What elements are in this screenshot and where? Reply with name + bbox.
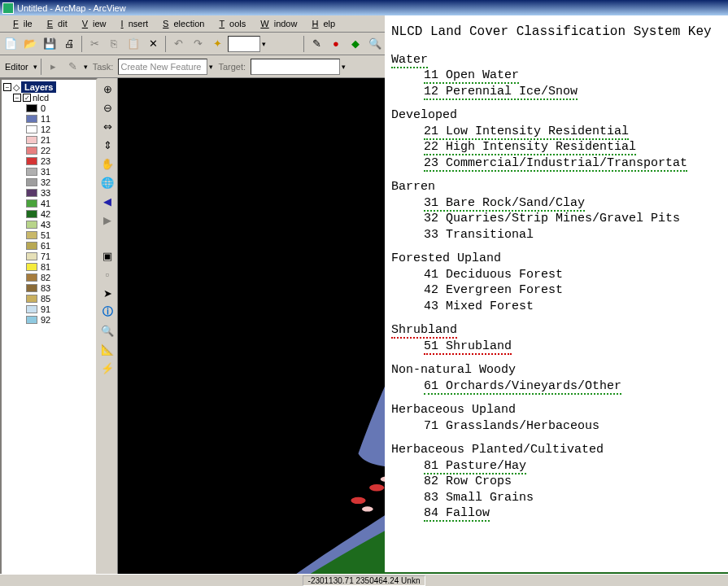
menu-selection[interactable]: Selection	[153, 17, 209, 30]
back-icon[interactable]: ◀	[98, 192, 116, 210]
swatch-icon	[26, 273, 37, 282]
doc-entry: 32 Quarries/Strip Mines/Gravel Pits	[391, 211, 721, 227]
zoom-out-icon[interactable]: ⊖	[98, 98, 116, 116]
statusbar: -2301130.71 2350464.24 Unkn	[0, 574, 728, 586]
full-extent-icon[interactable]: 🌐	[98, 173, 116, 191]
editor-tool-icon[interactable]: ✎	[307, 35, 325, 53]
svg-point-20	[369, 484, 384, 491]
toc-layer[interactable]: − ✓ nlcd	[13, 93, 94, 103]
doc-entry: 61 Orchards/Vineyards/Other	[391, 378, 721, 395]
toc-root-label[interactable]: Layers	[21, 81, 56, 93]
doc-group: Herbaceous Planted/Cultivated	[391, 442, 721, 458]
find-icon[interactable]: 🔍	[98, 321, 116, 339]
doc-group: Non-natural Woody	[391, 362, 721, 378]
swatch-icon	[26, 104, 37, 112]
editor-menu[interactable]: Editor	[2, 62, 32, 72]
doc-entry: 21 Low Intensity Residential	[391, 124, 721, 140]
legend-item[interactable]: 11	[26, 114, 94, 124]
delete-icon[interactable]: ✕	[144, 35, 162, 53]
fixed-zoom-out-icon[interactable]: ⇕	[98, 136, 116, 154]
pointer-icon[interactable]: ➤	[98, 284, 116, 302]
menu-file[interactable]: File	[3, 17, 37, 30]
minus-icon[interactable]: −	[13, 94, 21, 102]
select-icon[interactable]: ▣	[98, 247, 116, 265]
legend-code: 32	[41, 177, 50, 187]
fixed-zoom-in-icon[interactable]: ⇔	[98, 117, 116, 135]
swatch-icon	[26, 305, 37, 313]
task-combo[interactable]	[118, 59, 207, 75]
legend-item[interactable]: 91	[26, 304, 94, 314]
sketch-icon: ✎	[64, 58, 82, 76]
legend-item[interactable]: 41	[26, 199, 94, 208]
legend-code: 22	[41, 146, 50, 155]
legend-item[interactable]: 32	[26, 177, 94, 187]
doc-group: Barren	[391, 179, 721, 195]
legend-item[interactable]: 22	[26, 146, 94, 155]
save-icon[interactable]: 💾	[41, 35, 59, 53]
swatch-icon	[26, 221, 37, 229]
scale-dropdown-icon[interactable]: ▾	[262, 40, 266, 48]
legend-item[interactable]: 82	[26, 273, 94, 282]
open-icon[interactable]: 📂	[21, 35, 39, 53]
chevron-down-icon[interactable]: ▾	[342, 63, 346, 71]
menu-help[interactable]: Help	[302, 17, 340, 30]
legend-item[interactable]: 43	[26, 220, 94, 230]
red-ball-icon[interactable]: ●	[327, 35, 345, 53]
print-icon[interactable]: 🖨	[60, 35, 78, 53]
menu-window[interactable]: Window	[251, 17, 302, 30]
measure-icon[interactable]: 📐	[98, 340, 116, 358]
legend-item[interactable]: 51	[26, 230, 94, 240]
identify-icon[interactable]: ⓘ	[98, 303, 116, 321]
legend-item[interactable]: 0	[26, 103, 94, 113]
doc-title: NLCD Land Cover Classification System Ke…	[391, 24, 721, 41]
new-icon[interactable]: 📄	[2, 35, 20, 53]
table-of-contents: − ◇ Layers − ✓ nlcd 01112212223313233414…	[0, 78, 98, 586]
add-data-icon[interactable]: ✦	[208, 35, 226, 53]
target-combo[interactable]	[251, 59, 340, 75]
legend-item[interactable]: 61	[26, 241, 94, 251]
swatch-icon	[26, 136, 37, 144]
cut-icon: ✂	[85, 35, 103, 53]
green-ball-icon[interactable]: ◆	[347, 35, 364, 53]
scale-input[interactable]	[228, 36, 260, 52]
map-tools: ⊕ ⊖ ⇔ ⇕ ✋ 🌐 ◀ ▶ ▣ ▫ ➤ ⓘ 🔍 📐 ⚡	[98, 78, 118, 586]
titlebar: Untitled - ArcMap - ArcView	[0, 0, 728, 15]
legend-item[interactable]: 23	[26, 156, 94, 166]
find-icon[interactable]: 🔍	[366, 35, 384, 53]
doc-group: Developed	[391, 107, 721, 124]
legend-item[interactable]: 71	[26, 251, 94, 261]
doc-group: Water	[391, 52, 721, 68]
legend-code: 61	[41, 241, 50, 251]
undo-icon: ↶	[169, 35, 187, 53]
chevron-down-icon[interactable]: ▾	[84, 63, 88, 71]
toc-root[interactable]: − ◇ Layers	[3, 81, 94, 93]
pan-icon[interactable]: ✋	[98, 155, 116, 173]
menu-edit[interactable]: Edit	[37, 17, 72, 30]
menu-insert[interactable]: Insert	[111, 17, 154, 30]
doc-entry: 84 Fallow	[391, 505, 721, 522]
checkbox-icon[interactable]: ✓	[23, 94, 31, 102]
doc-entry: 41 Deciduous Forest	[391, 267, 721, 283]
legend-code: 82	[41, 273, 50, 282]
chevron-down-icon[interactable]: ▾	[209, 63, 213, 71]
legend-code: 33	[41, 188, 50, 198]
legend-item[interactable]: 12	[26, 125, 94, 134]
legend-item[interactable]: 42	[26, 209, 94, 219]
legend-item[interactable]: 92	[26, 315, 94, 325]
menu-tools[interactable]: Tools	[209, 17, 251, 30]
swatch-icon	[26, 115, 37, 123]
legend-item[interactable]: 21	[26, 135, 94, 145]
zoom-in-icon[interactable]: ⊕	[98, 80, 116, 98]
chevron-down-icon[interactable]: ▾	[33, 63, 37, 71]
legend-item[interactable]: 85	[26, 294, 94, 304]
hyperlink-icon[interactable]: ⚡	[98, 359, 116, 377]
doc-entry: 33 Transitional	[391, 227, 721, 243]
menu-view[interactable]: View	[72, 17, 111, 30]
legend-item[interactable]: 81	[26, 262, 94, 272]
legend-item[interactable]: 33	[26, 188, 94, 198]
doc-group: Herbaceous Upland	[391, 402, 721, 418]
toc-layer-label[interactable]: nlcd	[33, 93, 49, 103]
minus-icon[interactable]: −	[3, 83, 11, 91]
legend-item[interactable]: 31	[26, 167, 94, 177]
legend-item[interactable]: 83	[26, 283, 94, 293]
